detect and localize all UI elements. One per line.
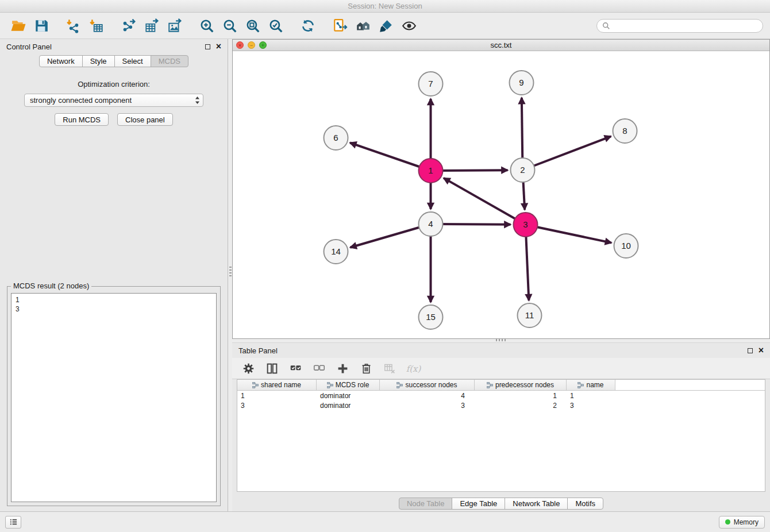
tab-style[interactable]: Style — [82, 55, 115, 67]
column-header-name[interactable]: name — [567, 380, 615, 390]
column-header-MCDS-role[interactable]: MCDS role — [317, 380, 380, 390]
table-cell: dominator — [317, 402, 380, 410]
tab-mcds[interactable]: MCDS — [151, 55, 188, 67]
memory-status-dot — [725, 519, 730, 525]
save-session-button[interactable] — [32, 16, 51, 36]
graphics-details-button[interactable] — [377, 16, 395, 36]
vertical-splitter-handle[interactable] — [229, 267, 232, 277]
deselect-all-rows-button[interactable] — [311, 361, 327, 376]
svg-text:1: 1 — [428, 165, 433, 175]
close-table-panel-icon[interactable] — [759, 348, 764, 353]
split-panel-button[interactable] — [264, 361, 280, 376]
graph-node-3[interactable]: 3 — [514, 213, 538, 237]
network-view-window: scc.txt 7968124314101511 — [232, 39, 770, 339]
graph-node-7[interactable]: 7 — [419, 72, 443, 96]
delete-columns-button[interactable] — [358, 361, 374, 376]
svg-text:8: 8 — [622, 126, 627, 136]
table-row[interactable]: 1dominator411 — [237, 391, 765, 400]
svg-text:2: 2 — [520, 165, 525, 175]
select-all-rows-button[interactable] — [287, 361, 303, 376]
graph-edge-3-1[interactable] — [444, 178, 525, 225]
zoom-in-button[interactable] — [198, 16, 216, 36]
tab-edge-table[interactable]: Edge Table — [452, 498, 505, 510]
float-table-panel-icon[interactable] — [748, 348, 753, 353]
table-row[interactable]: 3dominator323 — [237, 400, 765, 410]
tab-network-table[interactable]: Network Table — [505, 498, 568, 510]
graph-node-1[interactable]: 1 — [419, 159, 443, 183]
mcds-result-line: 1 — [16, 295, 212, 304]
tab-network[interactable]: Network — [39, 55, 83, 67]
graph-edge-2-8[interactable] — [523, 136, 611, 170]
graph-node-15[interactable]: 15 — [419, 305, 443, 329]
clone-network-view-button[interactable] — [331, 16, 349, 36]
column-type-icon — [578, 382, 584, 388]
float-panel-icon[interactable] — [205, 44, 210, 49]
graph-node-9[interactable]: 9 — [510, 71, 534, 95]
minimize-window-icon[interactable] — [248, 41, 255, 49]
column-type-icon — [396, 382, 403, 388]
window-titlebar: Session: New Session — [0, 0, 770, 13]
horizontal-splitter-handle[interactable] — [496, 339, 506, 341]
network-canvas[interactable]: 7968124314101511 — [233, 51, 769, 338]
maximize-window-icon[interactable] — [259, 41, 267, 49]
graph-node-6[interactable]: 6 — [324, 126, 348, 150]
tab-node-table[interactable]: Node Table — [399, 498, 453, 510]
column-header-successor-nodes[interactable]: successor nodes — [380, 380, 475, 390]
close-panel-button[interactable]: Close panel — [117, 113, 173, 126]
column-header-shared-name[interactable]: shared name — [237, 380, 317, 390]
search-box[interactable] — [596, 19, 763, 33]
control-panel-title: Control Panel — [6, 43, 52, 51]
optimization-select[interactable]: strongly connected component — [24, 94, 203, 107]
function-builder-icon: f(x) — [405, 363, 421, 375]
close-window-icon[interactable] — [236, 41, 244, 49]
node-table: shared nameMCDS rolesuccessor nodesprede… — [237, 379, 765, 492]
column-header-predecessor-nodes[interactable]: predecessor nodes — [475, 380, 567, 390]
bird-eye-view-button[interactable] — [400, 16, 418, 36]
open-session-button[interactable] — [9, 16, 28, 36]
import-network-button[interactable] — [64, 16, 83, 36]
tab-motifs[interactable]: Motifs — [567, 498, 603, 510]
delete-columns-icon — [360, 363, 372, 375]
right-column: scc.txt 7968124314101511 Table Panel — [228, 39, 770, 511]
export-image-button[interactable] — [165, 16, 184, 36]
create-column-button[interactable] — [334, 361, 351, 376]
graph-node-4[interactable]: 4 — [419, 212, 443, 236]
svg-text:9: 9 — [519, 78, 523, 87]
bird-eye-view-icon — [402, 18, 417, 33]
graph-node-8[interactable]: 8 — [613, 119, 637, 143]
mcds-result-list[interactable]: 13 — [11, 293, 217, 502]
tab-select[interactable]: Select — [114, 55, 151, 67]
zoom-selected-icon — [268, 18, 283, 33]
graph-node-2[interactable]: 2 — [511, 158, 535, 182]
zoom-out-button[interactable] — [221, 16, 239, 36]
column-header-label: successor nodes — [405, 381, 457, 389]
task-history-button[interactable] — [5, 516, 21, 529]
search-icon — [602, 22, 610, 30]
close-panel-icon[interactable] — [216, 44, 221, 49]
run-mcds-button[interactable]: Run MCDS — [55, 113, 109, 126]
zoom-selected-button[interactable] — [267, 16, 285, 36]
export-network-button[interactable] — [120, 16, 138, 36]
graph-node-11[interactable]: 11 — [518, 303, 542, 327]
column-settings-button[interactable] — [240, 361, 256, 376]
graph-edge-1-6[interactable] — [350, 142, 430, 171]
graph-edge-3-10[interactable] — [526, 225, 612, 243]
network-window-titlebar: scc.txt — [233, 40, 769, 51]
import-table-button[interactable] — [87, 16, 106, 36]
refresh-view-button[interactable] — [299, 16, 317, 36]
graph-node-10[interactable]: 10 — [614, 234, 638, 258]
graph-node-14[interactable]: 14 — [324, 240, 348, 264]
optimization-label: Optimization criterion: — [0, 80, 228, 88]
column-type-icon — [252, 382, 259, 388]
main-area: Control Panel NetworkStyleSelectMCDS Opt… — [0, 39, 770, 511]
export-table-button[interactable] — [143, 16, 161, 36]
zoom-in-icon — [199, 18, 214, 33]
first-neighbors-button[interactable] — [354, 16, 372, 36]
svg-text:10: 10 — [621, 241, 631, 250]
zoom-fit-button[interactable] — [244, 16, 262, 36]
search-input[interactable] — [613, 21, 757, 30]
network-window-title: scc.txt — [233, 41, 769, 49]
memory-button[interactable]: Memory — [719, 516, 765, 529]
table-body: 1dominator4113dominator323 — [237, 391, 765, 491]
first-neighbors-icon — [356, 18, 371, 33]
